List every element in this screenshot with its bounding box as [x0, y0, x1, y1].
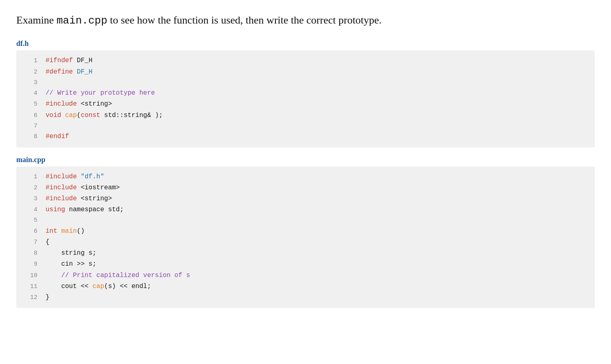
token: cout <<: [46, 283, 92, 290]
token: #include: [46, 173, 77, 180]
token: cin >> s;: [46, 260, 96, 268]
code-line: 1#include "df.h": [16, 171, 595, 182]
token: <string>: [77, 100, 112, 108]
line-number: 9: [23, 259, 37, 270]
code-line: 7: [16, 121, 595, 132]
code-line: 7{: [16, 237, 595, 248]
line-number: 7: [23, 237, 37, 248]
code-line: 3: [16, 78, 595, 88]
line-number: 6: [23, 110, 37, 121]
dfh-code-block: 1#ifndef DF_H2#define DF_H34// Write you…: [16, 50, 595, 147]
line-number: 8: [23, 132, 37, 142]
code-line: 9 cin >> s;: [16, 259, 595, 270]
line-number: 1: [23, 56, 37, 66]
line-number: 4: [23, 205, 37, 215]
line-number: 5: [23, 215, 37, 226]
line-content: using namespace std;: [46, 204, 124, 215]
instruction-code: main.cpp: [57, 15, 107, 27]
maincpp-code-block: 1#include "df.h"2#include <iostream>3#in…: [16, 167, 595, 308]
token: cap: [65, 112, 77, 119]
line-content: }: [46, 292, 50, 303]
token: #endif: [46, 133, 69, 140]
line-content: string s;: [46, 248, 96, 259]
code-line: 5#include <string>: [16, 99, 595, 110]
line-number: 2: [23, 67, 37, 78]
line-content: cin >> s;: [46, 259, 96, 270]
code-line: 2#include <iostream>: [16, 182, 595, 193]
token: // Write your prototype here: [46, 89, 155, 97]
token: DF_H: [73, 68, 92, 76]
line-content: #include <iostream>: [46, 182, 120, 193]
token: using: [46, 206, 65, 213]
code-line: 8 string s;: [16, 248, 595, 259]
token: "df.h": [77, 173, 104, 180]
code-line: 2#define DF_H: [16, 67, 595, 78]
token: std::string& );: [100, 112, 163, 119]
token: (: [77, 112, 81, 119]
line-content: // Print capitalized version of s: [46, 270, 190, 281]
line-number: 3: [23, 194, 37, 204]
token: // Print capitalized version of s: [46, 272, 190, 279]
token: (s) << endl;: [104, 283, 151, 290]
code-line: 11 cout << cap(s) << endl;: [16, 281, 595, 292]
code-line: 3#include <string>: [16, 193, 595, 204]
line-content: #include "df.h": [46, 171, 104, 182]
line-content: cout << cap(s) << endl;: [46, 281, 151, 292]
line-number: 12: [23, 292, 37, 303]
line-content: #ifndef DF_H: [46, 55, 92, 66]
line-number: 7: [23, 121, 37, 132]
token: #define: [46, 68, 73, 76]
code-line: 5: [16, 215, 595, 226]
token: main: [61, 228, 76, 235]
maincpp-section: main.cpp 1#include "df.h"2#include <iost…: [16, 156, 595, 308]
line-content: // Write your prototype here: [46, 88, 155, 99]
dfh-label: df.h: [16, 39, 595, 48]
line-content: #define DF_H: [46, 67, 92, 78]
token: const: [81, 112, 100, 119]
instruction-before: Examine: [16, 14, 57, 26]
token: [57, 228, 61, 235]
token: (): [77, 228, 85, 235]
line-number: 6: [23, 226, 37, 237]
instruction-after: to see how the function is used, then wr…: [107, 14, 382, 26]
line-content: void cap(const std::string& );: [46, 110, 163, 121]
line-content: #endif: [46, 131, 69, 142]
token: <iostream>: [77, 184, 120, 191]
token: #ifndef: [46, 57, 73, 64]
line-content: {: [46, 237, 50, 248]
line-number: 11: [23, 282, 37, 292]
line-number: 8: [23, 248, 37, 259]
token: namespace std;: [65, 206, 124, 213]
line-number: 3: [23, 78, 37, 88]
line-content: int main(): [46, 226, 85, 237]
line-content: #include <string>: [46, 193, 112, 204]
token: cap: [92, 283, 104, 290]
line-number: 1: [23, 172, 37, 182]
code-line: 8#endif: [16, 131, 595, 142]
line-number: 4: [23, 88, 37, 99]
code-line: 6int main(): [16, 226, 595, 237]
token: [61, 112, 65, 119]
token: {: [46, 238, 50, 246]
code-line: 4using namespace std;: [16, 204, 595, 215]
dfh-section: df.h 1#ifndef DF_H2#define DF_H34// Writ…: [16, 39, 595, 147]
token: string s;: [46, 249, 96, 257]
line-number: 10: [23, 271, 37, 281]
line-number: 5: [23, 99, 37, 110]
token: DF_H: [73, 57, 92, 64]
code-line: 6void cap(const std::string& );: [16, 110, 595, 121]
code-line: 10 // Print capitalized version of s: [16, 270, 595, 281]
maincpp-label: main.cpp: [16, 156, 595, 164]
instruction-text: Examine main.cpp to see how the function…: [16, 13, 595, 28]
token: }: [46, 294, 50, 301]
line-number: 2: [23, 183, 37, 193]
token: void: [46, 112, 61, 119]
code-line: 12}: [16, 292, 595, 303]
code-line: 4// Write your prototype here: [16, 88, 595, 99]
token: <string>: [77, 195, 112, 202]
token: #include: [46, 100, 77, 108]
line-content: #include <string>: [46, 99, 112, 110]
token: #include: [46, 195, 77, 202]
token: #include: [46, 184, 77, 191]
code-line: 1#ifndef DF_H: [16, 55, 595, 66]
